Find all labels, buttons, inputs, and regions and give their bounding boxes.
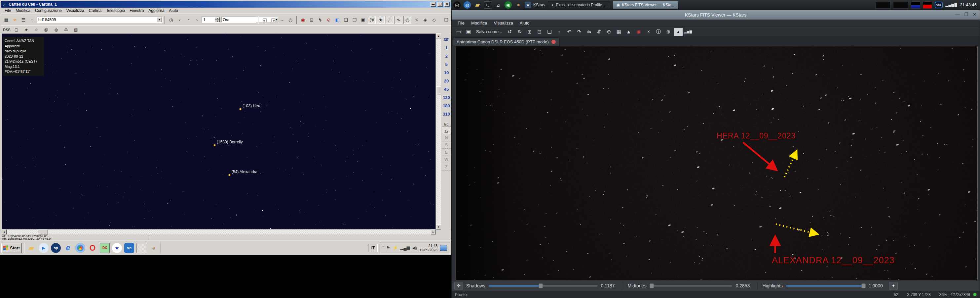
background-image-icon[interactable]: ▨ bbox=[73, 27, 79, 33]
dir-e-button[interactable]: E bbox=[442, 149, 451, 156]
globe-icon[interactable]: ◍ bbox=[464, 1, 471, 9]
menu-item-1[interactable]: Modifica bbox=[13, 8, 33, 13]
vnc-tray-icon[interactable]: Vnc bbox=[935, 2, 943, 8]
const-bounds-icon[interactable]: ◇ bbox=[430, 16, 438, 24]
horizontal-scroll-thumb[interactable] bbox=[38, 229, 48, 234]
fov-button-7[interactable]: 120 bbox=[442, 93, 451, 102]
calendar-icon[interactable]: ▦ bbox=[2, 16, 10, 24]
preview-tab[interactable]: Anteprima Canon DSLR EOS 450D (PTP mode) bbox=[453, 37, 559, 46]
fits-close-button[interactable]: ✕ bbox=[973, 12, 976, 17]
dss-button[interactable]: DSS bbox=[3, 28, 11, 32]
scroll-right-icon[interactable]: ► bbox=[431, 229, 436, 234]
dir-w-button[interactable]: W bbox=[442, 156, 451, 163]
title-bar[interactable]: ☄ Cartes du Ciel - Cartina_1 — ❐ ✕ bbox=[1, 1, 451, 8]
big-star-icon[interactable]: ★ bbox=[23, 27, 30, 33]
show-grid-icon[interactable]: ♯ bbox=[412, 16, 420, 24]
green-target-icon[interactable]: ◉ bbox=[504, 1, 512, 9]
search-input[interactable] bbox=[37, 17, 157, 22]
scroll-down-icon[interactable]: ▼ bbox=[436, 224, 441, 229]
show-desktop-icon[interactable] bbox=[440, 245, 447, 251]
flip-vertical-icon[interactable]: ⇵ bbox=[595, 28, 603, 36]
fov-button-8[interactable]: 180 bbox=[442, 102, 451, 110]
fov-button-9[interactable]: 310 bbox=[442, 110, 451, 118]
coord-eq-button[interactable]: Eq bbox=[442, 118, 451, 126]
spin-down-icon[interactable]: ▼ bbox=[215, 20, 220, 22]
planet-icon[interactable]: ● bbox=[515, 1, 522, 9]
show-planets-icon[interactable]: ◎ bbox=[403, 16, 411, 24]
fov-button-0[interactable]: 30' bbox=[442, 35, 451, 44]
rotate-ccw-icon[interactable]: ↶ bbox=[565, 28, 574, 36]
mouse-lock-icon[interactable]: ⊡ bbox=[308, 16, 315, 24]
dir-n-button[interactable]: N bbox=[442, 134, 451, 141]
terminal-icon[interactable]: >_ bbox=[484, 1, 491, 9]
fits-maximize-button[interactable]: ❐ bbox=[964, 12, 968, 17]
file-explorer-icon[interactable]: ▰ bbox=[26, 243, 37, 253]
statistics-icon[interactable]: ▂▅▇ bbox=[684, 28, 692, 36]
fits-info-icon[interactable]: ⓘ bbox=[654, 28, 663, 36]
flip-horizontal-icon[interactable]: ⇋ bbox=[585, 28, 593, 36]
info-panel-icon[interactable]: ❐ bbox=[350, 16, 358, 24]
show-tracks-icon[interactable]: ∿ bbox=[395, 16, 402, 24]
fov-button-1[interactable]: 1 bbox=[442, 44, 451, 52]
taskbar-clock[interactable]: 21:43:46 bbox=[960, 2, 978, 7]
language-indicator[interactable]: IT bbox=[368, 244, 378, 252]
fov-button-6[interactable]: 45 bbox=[442, 85, 451, 93]
mouse-click-icon[interactable]: ◉ bbox=[299, 16, 307, 24]
const-lines-icon[interactable]: ◈ bbox=[421, 16, 429, 24]
fits-menu-item-1[interactable]: Modifica bbox=[468, 21, 490, 26]
fov-reduce-icon[interactable]: ◲ bbox=[269, 16, 277, 24]
undo-icon[interactable]: ↺ bbox=[506, 28, 514, 36]
zoom-in-icon[interactable]: ⊞ bbox=[525, 28, 534, 36]
paint-app-icon[interactable]: ◕ bbox=[149, 243, 159, 253]
pan-mode-icon[interactable]: ✛ bbox=[454, 282, 463, 290]
tray-clock[interactable]: 21:43 12/09/2023 bbox=[419, 244, 438, 252]
fits-title-bar[interactable]: KStars FITS Viewer — KStars — ❐ ✕ bbox=[452, 10, 980, 19]
opera-icon[interactable]: O bbox=[88, 243, 97, 253]
cartes-du-ciel-icon[interactable]: ☄ bbox=[137, 243, 146, 253]
taskbar-task-fits-viewer[interactable]: ◉ KStars FITS Viewer — KSta... bbox=[613, 1, 678, 9]
full-frame-icon[interactable]: ❏ bbox=[342, 16, 350, 24]
fov-button-4[interactable]: 10 bbox=[442, 69, 451, 77]
highlights-handle[interactable] bbox=[861, 284, 865, 288]
shadows-handle[interactable] bbox=[539, 284, 543, 288]
media-player-icon[interactable]: ▶ bbox=[39, 243, 49, 253]
dx-app-icon[interactable]: DX bbox=[100, 243, 110, 253]
kstars-launcher[interactable]: ★ KStars bbox=[525, 2, 545, 8]
small-galaxy-icon[interactable]: ◍ bbox=[53, 27, 59, 33]
night-vision-icon[interactable]: ◧ bbox=[333, 16, 341, 24]
save-file-icon[interactable]: ▣ bbox=[464, 28, 473, 36]
open-file-icon[interactable]: ▭ bbox=[454, 28, 463, 36]
show-stars-icon[interactable]: ★ bbox=[377, 16, 385, 24]
hp-icon[interactable]: hp bbox=[51, 243, 61, 253]
fov-button-2[interactable]: 2 bbox=[442, 52, 451, 60]
clock-icon[interactable]: ◷ bbox=[167, 16, 175, 24]
time-now-icon[interactable]: ◔ bbox=[185, 16, 192, 24]
big-galaxy-icon[interactable]: @ bbox=[43, 27, 49, 33]
action-center-flag-icon[interactable]: ⚑ bbox=[387, 245, 391, 250]
search-icon[interactable]: ◌ bbox=[28, 16, 36, 24]
grid-icon[interactable]: ▦ bbox=[614, 28, 623, 36]
save-image-icon[interactable]: ▣ bbox=[359, 16, 367, 24]
pan-arrows-icon[interactable]: → bbox=[278, 16, 286, 24]
auto-stretch-wand-icon[interactable]: ✦ bbox=[889, 282, 898, 290]
shadows-slider[interactable] bbox=[489, 285, 598, 287]
fov-button-3[interactable]: 5 bbox=[442, 60, 451, 69]
maximize-button[interactable]: ❐ bbox=[438, 2, 443, 6]
toggle-stars-icon[interactable]: ☓ bbox=[644, 28, 653, 36]
speaker-icon[interactable]: ◀) bbox=[412, 245, 417, 250]
cpu-monitor-icon[interactable] bbox=[875, 1, 891, 9]
vertical-scroll-thumb[interactable] bbox=[436, 87, 441, 95]
small-star-icon[interactable]: ☆ bbox=[33, 27, 40, 33]
fov-button-5[interactable]: 20 bbox=[442, 77, 451, 85]
dir-s-button[interactable]: S bbox=[442, 141, 451, 149]
compass-app-icon[interactable]: ★ bbox=[112, 243, 122, 253]
fingerprint-icon[interactable]: ◎ bbox=[453, 1, 461, 9]
time-settings-icon[interactable]: ≋ bbox=[11, 16, 19, 24]
mark-stars-icon[interactable]: ▲ bbox=[624, 28, 633, 36]
sky-chart-canvas[interactable] bbox=[2, 34, 436, 229]
menu-item-2[interactable]: Configurazione bbox=[33, 8, 64, 13]
fov-expand-icon[interactable]: ◱ bbox=[261, 16, 269, 24]
load-graph-icon[interactable] bbox=[911, 1, 920, 9]
vertical-scrollbar[interactable]: ▲ ▼ bbox=[436, 34, 441, 229]
center-telescope-icon[interactable]: ⊕ bbox=[605, 28, 613, 36]
